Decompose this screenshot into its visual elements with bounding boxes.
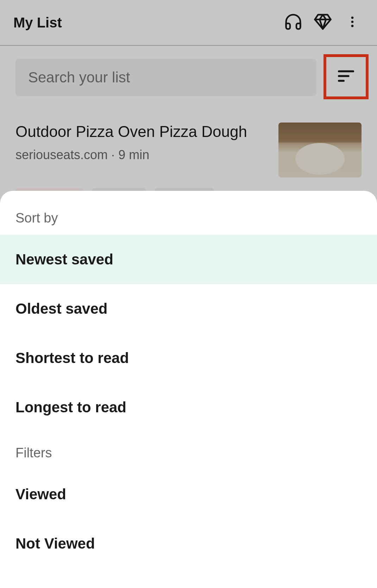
article-card[interactable]: Outdoor Pizza Oven Pizza Dough seriousea… xyxy=(0,107,377,177)
article-read-time: 9 min xyxy=(118,148,149,162)
filter-option-not-viewed[interactable]: Not Viewed xyxy=(0,519,377,568)
sort-option-shortest-to-read[interactable]: Shortest to read xyxy=(0,333,377,383)
svg-point-1 xyxy=(351,21,354,23)
sort-filter-sheet: Sort by Newest saved Oldest saved Shorte… xyxy=(0,191,377,588)
filters-section-label: Filters xyxy=(0,438,377,470)
page-title: My List xyxy=(13,15,275,31)
sort-option-longest-to-read[interactable]: Longest to read xyxy=(0,383,377,432)
sort-icon xyxy=(337,67,356,87)
article-title: Outdoor Pizza Oven Pizza Dough xyxy=(15,123,269,141)
headphones-icon xyxy=(284,12,303,33)
sort-option-oldest-saved[interactable]: Oldest saved xyxy=(0,284,377,333)
article-info: Outdoor Pizza Oven Pizza Dough seriousea… xyxy=(15,123,269,177)
sort-section-label: Sort by xyxy=(0,203,377,235)
listen-button[interactable] xyxy=(282,11,304,34)
sort-button[interactable] xyxy=(326,57,366,96)
search-input[interactable] xyxy=(15,59,316,96)
more-menu-button[interactable] xyxy=(341,11,364,34)
svg-point-2 xyxy=(351,25,354,27)
sort-button-highlight xyxy=(323,54,369,99)
header-divider xyxy=(0,45,377,46)
search-row xyxy=(0,45,377,107)
app-header: My List xyxy=(0,0,377,45)
meta-separator: · xyxy=(108,148,118,162)
article-thumbnail xyxy=(278,123,362,177)
svg-point-0 xyxy=(351,17,354,19)
filter-option-viewed[interactable]: Viewed xyxy=(0,470,377,519)
article-meta: seriouseats.com · 9 min xyxy=(15,148,269,162)
sort-option-newest-saved[interactable]: Newest saved xyxy=(0,235,377,284)
diamond-icon xyxy=(313,12,332,33)
premium-button[interactable] xyxy=(312,11,334,34)
more-vertical-icon xyxy=(345,15,359,30)
article-source: seriouseats.com xyxy=(15,148,108,162)
